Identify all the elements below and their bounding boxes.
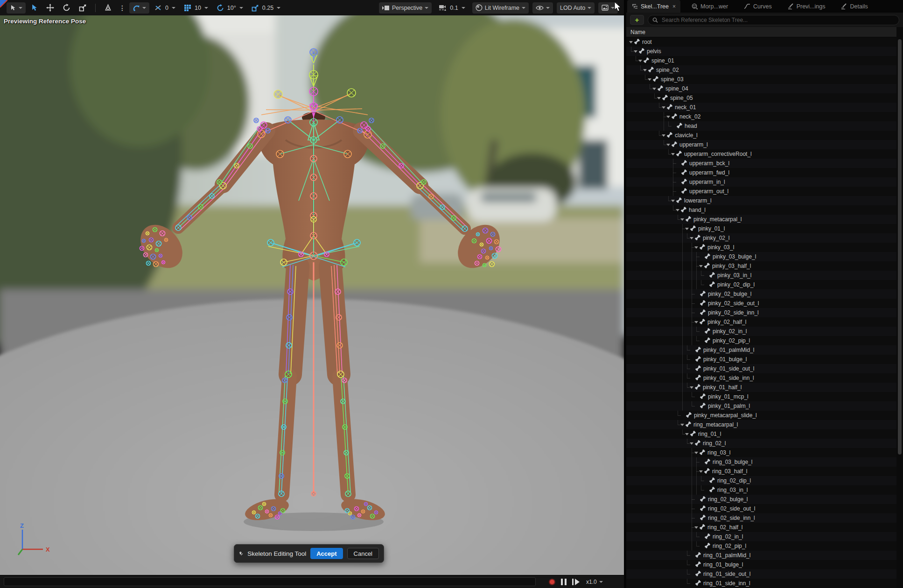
tree-row-spine_04[interactable]: spine_04 [626, 84, 899, 93]
tree-row-ring_01_palmMid_l[interactable]: ring_01_palmMid_l [626, 551, 899, 560]
move-tool-button[interactable] [43, 2, 57, 14]
pause-button[interactable] [561, 579, 567, 585]
select-mode-dropdown[interactable] [7, 2, 26, 14]
select-tool-button[interactable] [28, 2, 41, 14]
expander-arrow-icon[interactable] [643, 69, 647, 71]
expander-arrow-icon[interactable] [671, 200, 675, 202]
viewport[interactable]: Previewing Reference Pose Z X [0, 0, 624, 588]
grid-snap-control[interactable]: 10 [181, 2, 211, 14]
tree-row-pinky_02_pip_l[interactable]: pinky_02_pip_l [626, 336, 899, 345]
tree-row-pinky_03_in_l[interactable]: pinky_03_in_l [626, 271, 899, 280]
view-mode-dropdown[interactable]: Lit Wireframe [472, 2, 529, 14]
tree-row-upperarm_fwd_l[interactable]: upperarm_fwd_l [626, 168, 899, 177]
expander-arrow-icon[interactable] [694, 321, 698, 323]
tree-scrollbar[interactable] [896, 27, 903, 588]
camera-speed-control[interactable]: 0.1 [435, 2, 468, 14]
expander-arrow-icon[interactable] [699, 470, 703, 473]
tree-row-pinky_03_half_l[interactable]: pinky_03_half_l [626, 261, 899, 271]
add-bone-button[interactable]: + [630, 15, 644, 25]
expander-arrow-icon[interactable] [694, 246, 698, 249]
step-forward-button[interactable] [572, 579, 580, 585]
actor-snap-control[interactable]: 0 [151, 2, 179, 14]
tree-row-ring_02_in_l[interactable]: ring_02_in_l [626, 532, 899, 541]
tree-row-pelvis[interactable]: pelvis [626, 47, 899, 56]
tree-row-ring_03_in_l[interactable]: ring_03_in_l [626, 485, 899, 495]
scale-snap-control[interactable]: 0.25 [248, 2, 284, 14]
tree-row-ring_metacarpal_l[interactable]: ring_metacarpal_l [626, 420, 899, 429]
tree-row-neck_01[interactable]: neck_01 [626, 103, 899, 112]
expander-arrow-icon[interactable] [694, 452, 698, 454]
camera-mode-dropdown[interactable]: Perspective [379, 2, 432, 14]
expander-arrow-icon[interactable] [680, 424, 684, 426]
tree-row-upperarm_bck_l[interactable]: upperarm_bck_l [626, 159, 899, 168]
scale-tool-button[interactable] [76, 2, 90, 14]
tab-close-icon[interactable]: × [672, 3, 676, 10]
rotation-snap-control[interactable]: 10° [213, 2, 246, 14]
tree-row-pinky_01_half_l[interactable]: pinky_01_half_l [626, 383, 899, 392]
tree-row-spine_01[interactable]: spine_01 [626, 56, 899, 65]
expander-arrow-icon[interactable] [690, 237, 693, 239]
tree-row-ring_03_half_l[interactable]: ring_03_half_l [626, 467, 899, 476]
expander-arrow-icon[interactable] [671, 153, 675, 155]
coordinate-space-button[interactable] [101, 2, 115, 14]
tree-row-pinky_01_bulge_l[interactable]: pinky_01_bulge_l [626, 355, 899, 364]
tree-row-ring_02_dip_l[interactable]: ring_02_dip_l [626, 476, 899, 485]
tree-row-ring_01_bulge_l[interactable]: ring_01_bulge_l [626, 560, 899, 569]
toolbar-overflow-menu[interactable]: ⋮ [119, 4, 126, 12]
tab-curves[interactable]: Curves [739, 0, 777, 13]
tree-row-clavicle_l[interactable]: clavicle_l [626, 131, 899, 140]
scrollbar-thumb[interactable] [898, 39, 902, 455]
tree-row-upperarm_in_l[interactable]: upperarm_in_l [626, 177, 899, 187]
viewport-scene[interactable]: Previewing Reference Pose Z X [0, 15, 624, 575]
expander-arrow-icon[interactable] [699, 265, 703, 267]
accept-button[interactable]: Accept [310, 548, 343, 559]
tree-row-pinky_01_l[interactable]: pinky_01_l [626, 224, 899, 233]
expander-arrow-icon[interactable] [634, 50, 637, 53]
expander-arrow-icon[interactable] [666, 116, 670, 118]
cancel-button[interactable]: Cancel [347, 548, 379, 559]
tree-row-spine_03[interactable]: spine_03 [626, 75, 899, 84]
expander-arrow-icon[interactable] [662, 106, 665, 109]
tree-row-head[interactable]: head [626, 121, 899, 131]
expander-arrow-icon[interactable] [694, 526, 698, 529]
tab-skel-tree[interactable]: Skel...Tree× [627, 0, 680, 13]
tree-row-ring_02_pip_l[interactable]: ring_02_pip_l [626, 541, 899, 551]
tab-previ-ings[interactable]: Previ...ings [783, 0, 830, 13]
tree-row-neck_02[interactable]: neck_02 [626, 112, 899, 121]
expander-arrow-icon[interactable] [662, 134, 665, 137]
tree-column-header[interactable]: Name [626, 27, 903, 37]
tree-row-pinky_01_side_out_l[interactable]: pinky_01_side_out_l [626, 364, 899, 373]
expander-arrow-icon[interactable] [629, 41, 633, 43]
tree-row-pinky_metacarpal_l[interactable]: pinky_metacarpal_l [626, 215, 899, 224]
expander-arrow-icon[interactable] [652, 88, 656, 90]
tree-row-ring_01_side_inn_l[interactable]: ring_01_side_inn_l [626, 579, 899, 588]
tree-row-ring_01_l[interactable]: ring_01_l [626, 429, 899, 439]
tree-row-pinky_01_mcp_l[interactable]: pinky_01_mcp_l [626, 392, 899, 401]
tree-row-pinky_01_palm_l[interactable]: pinky_01_palm_l [626, 401, 899, 411]
tree-row-pinky_02_dip_l[interactable]: pinky_02_dip_l [626, 280, 899, 289]
tab-details[interactable]: Details [836, 0, 872, 13]
snap-orientation-dropdown[interactable] [129, 2, 149, 14]
expander-arrow-icon[interactable] [685, 433, 689, 435]
tree-row-pinky_metacarpal_slide_l[interactable]: pinky_metacarpal_slide_l [626, 411, 899, 420]
tree-row-pinky_01_side_inn_l[interactable]: pinky_01_side_inn_l [626, 373, 899, 383]
tree-row-ring_02_half_l[interactable]: ring_02_half_l [626, 523, 899, 532]
tree-row-ring_02_bulge_l[interactable]: ring_02_bulge_l [626, 495, 899, 504]
tree-row-ring_01_side_out_l[interactable]: ring_01_side_out_l [626, 569, 899, 579]
tree-row-pinky_02_bulge_l[interactable]: pinky_02_bulge_l [626, 289, 899, 299]
tree-row-pinky_02_side_inn_l[interactable]: pinky_02_side_inn_l [626, 308, 899, 317]
tree-row-pinky_02_in_l[interactable]: pinky_02_in_l [626, 327, 899, 336]
search-input[interactable] [661, 16, 895, 24]
search-field[interactable] [648, 15, 899, 25]
expander-arrow-icon[interactable] [657, 97, 661, 99]
expander-arrow-icon[interactable] [685, 228, 689, 230]
record-button[interactable] [549, 579, 555, 585]
expander-arrow-icon[interactable] [666, 144, 670, 146]
tree-row-ring_02_l[interactable]: ring_02_l [626, 439, 899, 448]
timeline-scrubber[interactable] [4, 577, 536, 586]
tree-row-ring_03_bulge_l[interactable]: ring_03_bulge_l [626, 457, 899, 467]
tab-morp-wer[interactable]: Morp...wer [687, 0, 733, 13]
tree-row-hand_l[interactable]: hand_l [626, 205, 899, 215]
tree-row-pinky_02_side_out_l[interactable]: pinky_02_side_out_l [626, 299, 899, 308]
tree-row-pinky_02_half_l[interactable]: pinky_02_half_l [626, 317, 899, 327]
